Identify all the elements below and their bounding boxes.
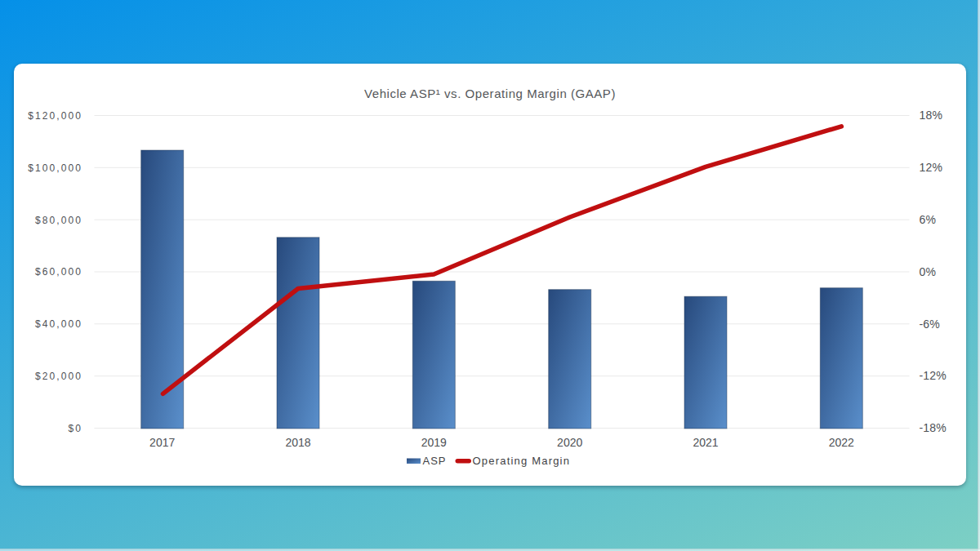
svg-text:0%: 0% xyxy=(920,265,937,278)
svg-text:$40,000: $40,000 xyxy=(35,318,82,330)
svg-text:2022: 2022 xyxy=(829,436,854,449)
svg-text:2021: 2021 xyxy=(693,436,718,449)
svg-text:-18%: -18% xyxy=(920,421,947,434)
svg-text:$0: $0 xyxy=(68,423,82,434)
svg-text:2017: 2017 xyxy=(149,436,175,449)
svg-text:Operating Margin: Operating Margin xyxy=(473,455,571,467)
svg-text:2018: 2018 xyxy=(285,436,310,449)
svg-text:Vehicle ASP¹ vs. Operating Mar: Vehicle ASP¹ vs. Operating Margin (GAAP) xyxy=(364,87,616,100)
svg-text:-6%: -6% xyxy=(920,318,941,331)
svg-text:12%: 12% xyxy=(920,161,943,174)
svg-text:$120,000: $120,000 xyxy=(28,110,82,122)
svg-text:-12%: -12% xyxy=(920,369,947,382)
svg-text:$60,000: $60,000 xyxy=(35,266,82,278)
svg-text:2019: 2019 xyxy=(421,436,447,449)
svg-text:ASP: ASP xyxy=(423,455,447,467)
svg-text:6%: 6% xyxy=(920,213,937,226)
svg-text:$20,000: $20,000 xyxy=(35,371,82,382)
svg-text:18%: 18% xyxy=(920,109,943,122)
svg-text:$80,000: $80,000 xyxy=(35,215,82,226)
svg-text:$100,000: $100,000 xyxy=(28,162,82,174)
svg-text:2020: 2020 xyxy=(557,436,582,449)
